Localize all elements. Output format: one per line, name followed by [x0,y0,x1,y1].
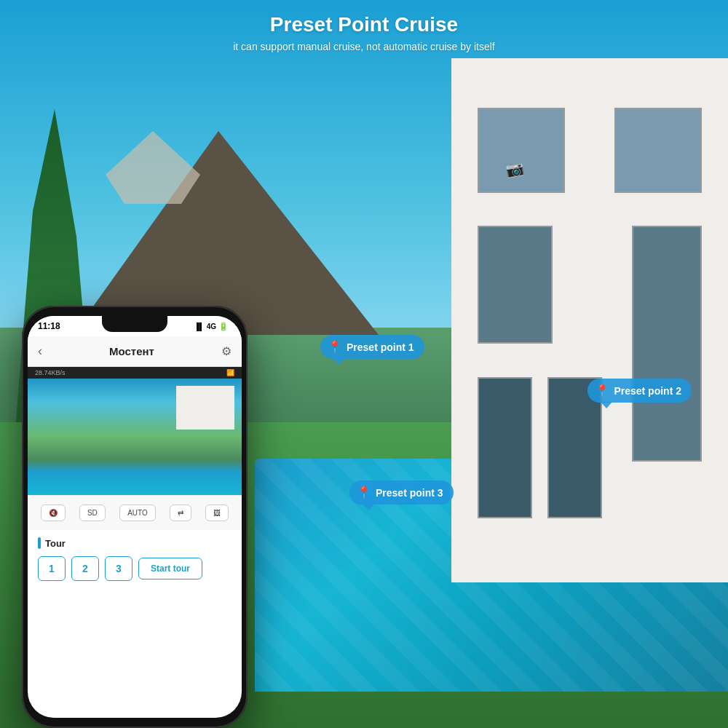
phone-screen: 11:18 ▐▌ 4G 🔋 ‹ Мостент ⚙ 28.74KB/s 📶 [28,316,242,718]
network-label: 4G [207,323,216,331]
preset-point-3[interactable]: 📍 Preset point 3 [349,480,454,505]
signal-icon: ▐▌ [194,323,204,331]
start-tour-button[interactable]: Start tour [138,558,202,579]
app-nav-bar: ‹ Мостент ⚙ [28,336,242,367]
phone-body: 11:18 ▐▌ 4G 🔋 ‹ Мостент ⚙ 28.74KB/s 📶 [22,306,248,728]
video-speed: 28.74KB/s [35,369,66,376]
phone-mockup: 11:18 ▐▌ 4G 🔋 ‹ Мостент ⚙ 28.74KB/s 📶 [22,306,248,728]
app-controls-bar: 🔇 SD AUTO ⇄ 🖼 [28,495,242,530]
app-title: Мостент [109,345,154,357]
house-windows [465,84,714,556]
tour-button-3[interactable]: 3 [105,556,132,581]
tour-section: Tour 1 2 3 Start tour [28,530,242,585]
tour-button-2[interactable]: 2 [71,556,99,581]
mountain [73,131,379,335]
settings-icon[interactable]: ⚙ [221,344,232,358]
preset-point-1[interactable]: 📍 Preset point 1 [320,335,424,359]
battery-icon: 🔋 [218,322,229,331]
swap-button[interactable]: ⇄ [170,505,191,521]
video-house [176,386,234,430]
security-camera-icon: 📷 [505,159,526,179]
video-thumbnail [28,379,242,495]
pin-icon-1: 📍 [328,340,342,354]
back-icon[interactable]: ‹ [38,344,42,359]
header-overlay: Preset Point Cruise it can support manua… [0,0,728,60]
preset-point-2[interactable]: 📍 Preset point 2 [587,379,692,403]
auto-button[interactable]: AUTO [119,505,156,521]
tour-indicator [38,537,41,549]
tour-label: Tour [38,537,232,549]
pin-icon-2: 📍 [595,384,609,397]
phone-time: 11:18 [38,321,60,331]
sd-button[interactable]: SD [79,505,106,521]
tour-buttons-group: 1 2 3 Start tour [38,556,232,581]
tour-button-1[interactable]: 1 [38,556,66,581]
phone-notch [102,316,167,332]
screenshot-button[interactable]: 🖼 [205,505,229,521]
phone-status-icons: ▐▌ 4G 🔋 [194,322,229,331]
app-video-speed-bar: 28.74KB/s 📶 [28,367,242,379]
page-title: Preset Point Cruise [15,13,713,36]
pin-icon-3: 📍 [357,486,371,499]
wifi-icon: 📶 [226,369,234,376]
page-subtitle: it can support manual cruise, not automa… [15,41,713,52]
house [451,58,728,582]
video-feed[interactable] [28,379,242,495]
mute-button[interactable]: 🔇 [41,505,66,521]
